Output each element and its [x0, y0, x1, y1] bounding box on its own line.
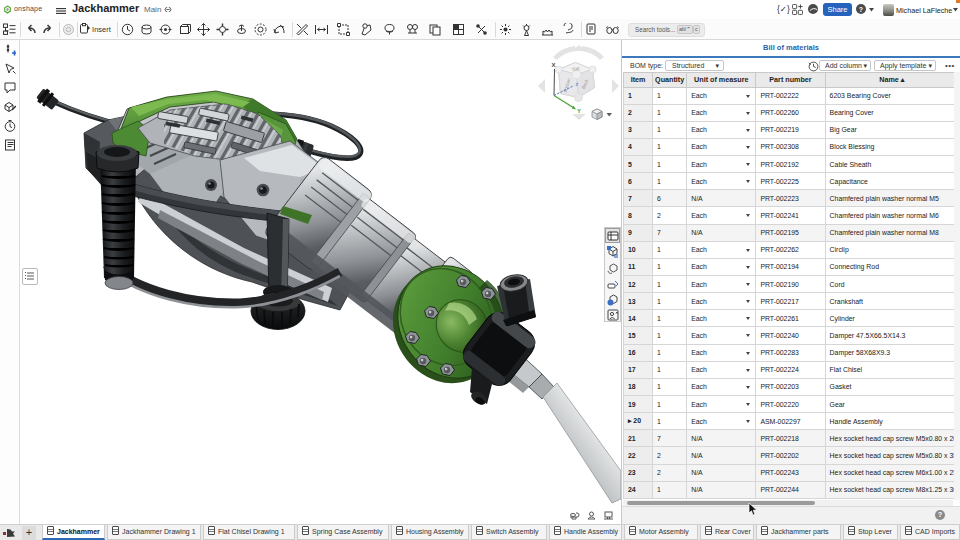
- svg-text:Y: Y: [577, 108, 581, 114]
- svg-text:?: ?: [859, 6, 863, 13]
- svg-text:X: X: [552, 62, 556, 68]
- svg-text:z: z: [576, 81, 579, 87]
